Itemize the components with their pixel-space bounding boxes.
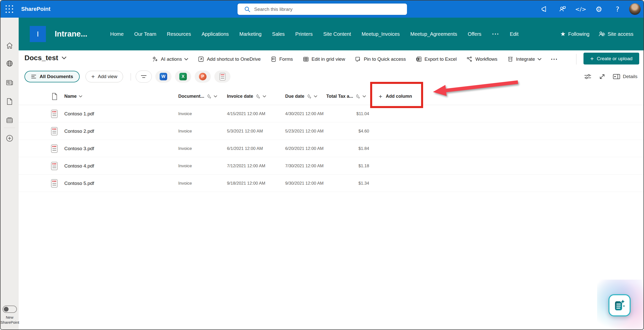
integrate-label: Integrate [516,56,535,62]
view-bar: All Documents + Add view W X P [19,68,643,88]
news-icon[interactable] [6,79,14,87]
edit-grid-view-button[interactable]: Edit in grid view [303,56,345,62]
help-icon[interactable]: ? [613,5,622,13]
ai-actions-button[interactable]: AI actions [152,56,188,62]
library-title-menu[interactable]: Docs_test [24,54,66,62]
code-icon[interactable]: </> [576,5,585,13]
grid-view-icon [303,56,309,62]
file-name[interactable]: Contoso 2.pdf [64,122,94,140]
file-name[interactable]: Contoso 1.pdf [64,105,94,122]
documents-table: Name Document... Invoice date Due date T… [19,88,643,192]
view-all-documents-button[interactable]: All Documents [24,71,80,82]
sharepoint-brand[interactable]: SharePoint [21,1,50,18]
new-sharepoint-toggle[interactable] [3,306,17,313]
ai-assistant-button[interactable] [608,294,631,316]
chevron-down-icon [538,58,541,60]
search-placeholder: Search this library [254,7,292,12]
nav-overflow-ellipsis-icon[interactable]: ··· [492,31,499,37]
add-shortcut-button[interactable]: Add shortcut to OneDrive [198,56,260,62]
nav-item-offers[interactable]: Offers [468,31,481,37]
due-date-cell: 9/30/2021 12:00 AM [285,175,324,192]
nav-item-meetup-invoices[interactable]: Meetup_Invoices [362,31,400,37]
nav-item-home[interactable]: Home [110,31,124,37]
ai-column-sparkle-icon [207,94,212,99]
nav-item-applications[interactable]: Applications [201,31,229,37]
toggle-knob [4,307,9,312]
view-divider [131,73,131,81]
details-pane-icon [613,74,620,80]
column-header-due-date[interactable]: Due date [285,88,317,105]
document-type-cell: Invoice [178,105,192,122]
nav-item-marketing[interactable]: Marketing [239,31,261,37]
column-header-invoice-date[interactable]: Invoice date [227,88,266,105]
column-label: Document... [178,94,204,99]
forms-button[interactable]: Forms [270,56,293,62]
add-circle-icon[interactable] [6,134,14,142]
user-avatar[interactable] [629,3,641,15]
file-name[interactable]: Contoso 4.pdf [64,157,94,175]
excel-filter-button[interactable]: X [175,71,191,83]
file-name[interactable]: Contoso 3.pdf [64,140,94,157]
column-settings-sliders-icon[interactable] [584,73,592,80]
table-row[interactable]: Contoso 4.pdf Invoice 7/12/2021 12:00 AM… [19,157,643,175]
expand-content-icon[interactable] [599,73,606,80]
command-overflow-ellipsis-icon[interactable]: ··· [551,56,558,62]
nav-item-resources[interactable]: Resources [167,31,191,37]
table-row[interactable]: Contoso 1.pdf Invoice 4/15/2021 12:00 AM… [19,105,643,122]
nav-item-printers[interactable]: Printers [295,31,313,37]
details-pane-button[interactable]: Details [613,74,637,80]
pdf-file-icon [51,140,58,157]
pin-quick-access-label: Pin to Quick access [364,56,406,62]
powerpoint-filter-button[interactable]: P [195,71,211,83]
add-view-button[interactable]: + Add view [85,71,123,82]
document-type-cell: Invoice [178,157,192,175]
column-header-document-type[interactable]: Document... [178,88,217,105]
feedback-person-icon[interactable] [558,5,567,13]
site-nav: Home Our Team Resources Applications Mar… [110,18,518,50]
site-logo[interactable]: I [30,26,46,42]
search-input[interactable]: Search this library [238,4,407,15]
column-header-total-tax[interactable]: Total Tax a... [326,88,366,105]
nav-item-sales[interactable]: Sales [272,31,285,37]
following-button[interactable]: ★ Following [560,30,590,38]
lists-icon[interactable] [6,116,14,124]
nav-edit-button[interactable]: Edit [510,31,518,37]
due-date-cell: 5/23/2021 12:00 AM [285,122,324,140]
nav-item-site-content[interactable]: Site Content [323,31,351,37]
workflows-button[interactable]: Workflows [466,56,497,62]
home-icon[interactable] [6,42,14,50]
pin-icon [355,56,361,62]
app-launcher-waffle-icon[interactable] [5,4,14,14]
add-column-label: Add column [386,94,412,99]
column-header-name[interactable]: Name [64,88,82,105]
megaphone-icon[interactable] [540,5,549,13]
settings-gear-icon[interactable]: ⚙ [595,5,603,13]
table-row[interactable]: Contoso 3.pdf Invoice 6/1/2021 12:00 AM … [19,140,643,157]
plus-icon: + [379,93,382,100]
chevron-down-icon [263,95,266,97]
integrate-button[interactable]: Integrate [507,56,541,62]
word-filter-button[interactable]: W [155,71,171,83]
due-date-cell: 4/30/2021 12:00 AM [285,105,324,122]
globe-icon[interactable] [6,59,14,68]
nav-item-meetup-agreements[interactable]: Meetup_Agreements [410,31,457,37]
workflows-icon [466,56,473,62]
document-icon[interactable] [6,97,14,106]
site-access-button[interactable]: Site access [598,30,633,38]
due-date-cell: 6/20/2021 12:00 AM [285,140,324,157]
site-title[interactable]: Intrane... [55,29,87,39]
file-type-column-header[interactable] [51,88,57,105]
add-column-button[interactable]: + Add column [379,88,412,105]
pdf-filter-button[interactable] [214,71,230,83]
table-row[interactable]: Contoso 2.pdf Invoice 5/3/2021 12:00 AM … [19,122,643,140]
nav-item-our-team[interactable]: Our Team [134,31,156,37]
create-or-upload-button[interactable]: + Create or upload [583,53,639,64]
pdf-icon [219,73,226,81]
file-name[interactable]: Contoso 5.pdf [64,175,94,192]
filter-lines-icon[interactable] [136,71,152,83]
pin-quick-access-button[interactable]: Pin to Quick access [355,56,406,62]
table-row[interactable]: Contoso 5.pdf Invoice 9/18/2021 12:00 AM… [19,175,643,192]
site-header: I Intrane... Home Our Team Resources App… [19,18,643,50]
document-type-cell: Invoice [178,140,192,157]
export-excel-button[interactable]: X Export to Excel [416,56,457,62]
